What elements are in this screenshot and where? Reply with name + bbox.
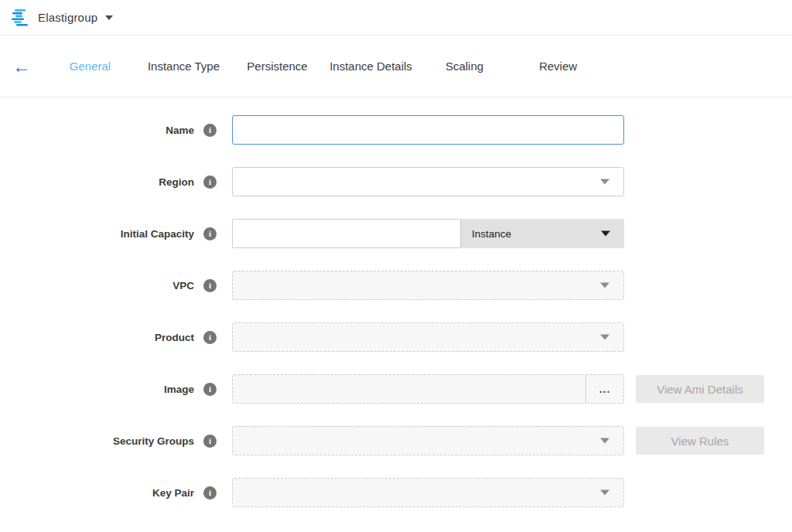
chevron-down-icon [600, 179, 609, 185]
form-row-vpc: VPC i [0, 271, 792, 300]
tab-general[interactable]: General [43, 60, 137, 73]
form-row-key-pair: Key Pair i [0, 478, 792, 507]
wizard-tabbar: ← General Instance Type Persistence Inst… [0, 36, 792, 97]
form-row-name: Name i [0, 115, 792, 145]
chevron-down-icon [600, 335, 609, 340]
chevron-down-icon [600, 283, 609, 288]
info-icon[interactable]: i [203, 279, 217, 292]
chevron-down-icon [600, 438, 609, 444]
capacity-unit-value: Instance [472, 228, 511, 240]
initial-capacity-label: Initial Capacity [121, 228, 194, 240]
product-label: Product [155, 332, 194, 343]
info-icon[interactable]: i [203, 486, 217, 500]
tab-instance-type[interactable]: Instance Type [137, 60, 230, 73]
key-pair-label: Key Pair [152, 487, 194, 499]
initial-capacity-input[interactable] [232, 219, 461, 248]
capacity-unit-select[interactable]: Instance [461, 219, 624, 248]
view-rules-button[interactable]: View Rules [636, 427, 764, 455]
form-row-product: Product i [0, 322, 792, 352]
form-row-initial-capacity: Initial Capacity i Instance [0, 219, 792, 248]
region-label: Region [159, 176, 194, 188]
image-value [233, 375, 586, 403]
image-browse-button[interactable]: ... [586, 375, 623, 403]
tab-persistence[interactable]: Persistence [230, 60, 324, 73]
vpc-select [232, 271, 624, 300]
image-picker: ... [232, 374, 624, 404]
tab-scaling[interactable]: Scaling [418, 60, 511, 73]
vpc-label: VPC [172, 280, 194, 292]
back-arrow-icon: ← [12, 56, 31, 77]
elastigroup-logo [11, 9, 31, 26]
general-form: Name i Region i Initial Capacity i Insta… [0, 97, 792, 507]
form-row-security-groups: Security Groups i View Rules [0, 426, 792, 455]
app-title[interactable]: Elastigroup [38, 11, 97, 24]
view-ami-details-button[interactable]: View Ami Details [636, 375, 764, 403]
tabs: General Instance Type Persistence Instan… [43, 60, 605, 73]
info-icon[interactable]: i [203, 227, 217, 240]
back-button[interactable]: ← [0, 57, 43, 76]
info-icon[interactable]: i [203, 383, 217, 396]
name-label: Name [166, 124, 194, 136]
chevron-down-icon [601, 231, 610, 237]
tab-review[interactable]: Review [511, 60, 605, 73]
name-input[interactable] [232, 115, 624, 145]
chevron-down-icon[interactable] [105, 15, 113, 20]
chevron-down-icon [600, 490, 609, 496]
info-icon[interactable]: i [203, 124, 217, 137]
form-row-region: Region i [0, 167, 792, 196]
product-select [232, 322, 624, 352]
security-groups-select [232, 426, 624, 455]
info-icon[interactable]: i [203, 176, 217, 189]
app-header: Elastigroup [0, 0, 792, 36]
tab-instance-details[interactable]: Instance Details [324, 60, 418, 73]
key-pair-select [232, 478, 624, 507]
image-label: Image [164, 384, 194, 395]
security-groups-label: Security Groups [113, 435, 194, 447]
region-select[interactable] [232, 167, 624, 196]
info-icon[interactable]: i [203, 331, 217, 344]
form-row-image: Image i ... View Ami Details [0, 374, 792, 404]
info-icon[interactable]: i [203, 435, 217, 448]
